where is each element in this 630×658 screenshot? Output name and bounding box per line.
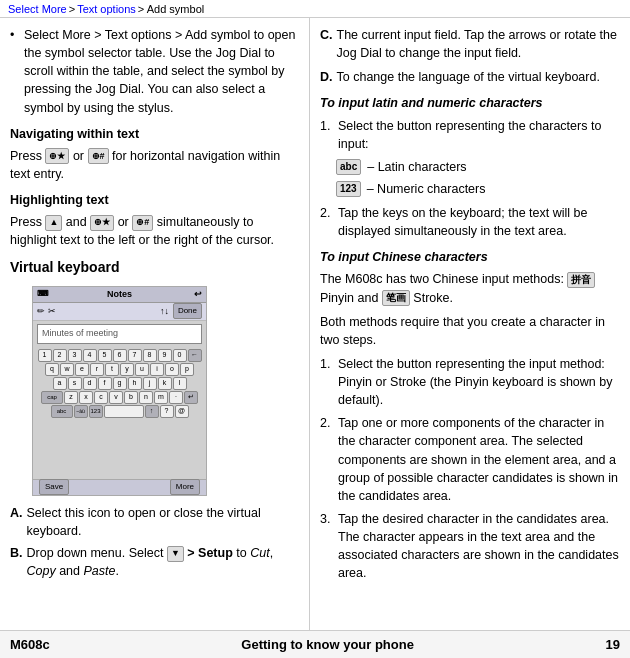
- vkb-key-h[interactable]: h: [128, 377, 142, 390]
- vkb-key-u[interactable]: u: [135, 363, 149, 376]
- stroke-icon: 笔画: [382, 290, 410, 306]
- right-column: C. The current input field. Tap the arro…: [310, 18, 630, 630]
- vkb-key-8[interactable]: 8: [143, 349, 157, 362]
- vkb-title: Notes: [107, 288, 132, 301]
- abc-item: abc – Latin characters: [336, 158, 620, 176]
- vkb-key-0[interactable]: 0: [173, 349, 187, 362]
- vkb-key-e[interactable]: e: [75, 363, 89, 376]
- heading-navigating: Navigating within text: [10, 125, 299, 143]
- vkb-key-i[interactable]: i: [150, 363, 164, 376]
- vkb-toolbar-right: ↑↓ Done: [160, 303, 202, 319]
- step-num-1: 1.: [320, 117, 334, 153]
- chinese-intro-block: The M608c has two Chinese input methods:…: [320, 270, 620, 306]
- latin-desc: – Latin characters: [367, 158, 466, 176]
- vkb-keys-area: 1 2 3 4 5 6 7 8 9 0 ←: [33, 347, 206, 421]
- vkb-key-dot[interactable]: ·: [169, 391, 183, 404]
- text-d: To change the language of the virtual ke…: [337, 68, 600, 86]
- vkb-key-6[interactable]: 6: [113, 349, 127, 362]
- num-icon: 123: [336, 181, 361, 197]
- vkb-key-special[interactable]: ~àü: [74, 405, 88, 418]
- step-c1-text: Select the button representing the input…: [338, 355, 620, 409]
- label-a: A.: [10, 504, 23, 540]
- label-c: C.: [320, 26, 333, 62]
- step-2-text: Tap the keys on the keyboard; the text w…: [338, 204, 620, 240]
- label-b-section: B. Drop down menu. Select ▼ > Setup to C…: [10, 544, 299, 580]
- breadcrumb: Select More > Text options > Add symbol: [0, 0, 630, 18]
- vkb-key-space[interactable]: [104, 405, 144, 418]
- vkb-key-s[interactable]: s: [68, 377, 82, 390]
- text-paste: Paste: [84, 564, 116, 578]
- vkb-key-q[interactable]: q: [45, 363, 59, 376]
- vkb-key-123[interactable]: 123: [89, 405, 103, 418]
- vkb-frame: ⌨ Notes ↩ ✏ ✂ ↑↓ Done: [32, 286, 207, 496]
- vkb-done-button[interactable]: Done: [173, 303, 202, 319]
- vkb-key-caps[interactable]: cap: [41, 391, 63, 404]
- vkb-key-t[interactable]: t: [105, 363, 119, 376]
- vkb-key-7[interactable]: 7: [128, 349, 142, 362]
- label-d-section: D. To change the language of the virtual…: [320, 68, 620, 86]
- vkb-key-9[interactable]: 9: [158, 349, 172, 362]
- vkb-scissors-icon: ✂: [48, 305, 56, 318]
- vkb-key-r[interactable]: r: [90, 363, 104, 376]
- vkb-key-l[interactable]: l: [173, 377, 187, 390]
- vkb-key-4[interactable]: 4: [83, 349, 97, 362]
- heading-virtual-keyboard: Virtual keyboard: [10, 257, 299, 277]
- label-d: D.: [320, 68, 333, 86]
- vkb-text-area[interactable]: Minutes of meeting: [37, 324, 202, 344]
- vkb-more-button[interactable]: More: [170, 479, 200, 495]
- vkb-key-y[interactable]: y: [120, 363, 134, 376]
- vkb-key-1[interactable]: 1: [38, 349, 52, 362]
- label-a-section: A. Select this icon to open or close the…: [10, 504, 299, 540]
- step-c3: 3. Tap the desired character in the cand…: [320, 510, 620, 583]
- vkb-key-k[interactable]: k: [158, 377, 172, 390]
- breadcrumb-link-2[interactable]: Text options: [77, 3, 136, 15]
- text-and: and: [59, 564, 83, 578]
- step-c2: 2. Tap one or more components of the cha…: [320, 414, 620, 505]
- vkb-key-question[interactable]: ?: [160, 405, 174, 418]
- vkb-key-f[interactable]: f: [98, 377, 112, 390]
- vkb-key-b[interactable]: b: [124, 391, 138, 404]
- highlight-and: and: [66, 215, 87, 229]
- jog-right-icon: ⊕#: [88, 148, 109, 164]
- footer-right: 19: [606, 637, 620, 652]
- vkb-key-backspace[interactable]: ←: [188, 349, 202, 362]
- step-num-c3: 3.: [320, 510, 334, 583]
- vkb-key-m[interactable]: m: [154, 391, 168, 404]
- vkb-key-enter[interactable]: ↵: [184, 391, 198, 404]
- vkb-key-at[interactable]: @: [175, 405, 189, 418]
- bullet-text-1: Select More > Text options > Add symbol …: [24, 26, 299, 117]
- vkb-key-3[interactable]: 3: [68, 349, 82, 362]
- virtual-keyboard-image: A B C D ⌨ Notes ↩ ✏ ✂: [32, 286, 299, 496]
- step-num-c1: 1.: [320, 355, 334, 409]
- vkb-row-5: abc ~àü 123 ↑ ? @: [36, 405, 203, 418]
- highlight-text-block: Press ▲ and ⊕★ or ⊕# simultaneously to h…: [10, 213, 299, 249]
- breadcrumb-link-1[interactable]: Select More: [8, 3, 67, 15]
- vkb-key-x[interactable]: x: [79, 391, 93, 404]
- vkb-key-shift[interactable]: ↑: [145, 405, 159, 418]
- vkb-key-v[interactable]: v: [109, 391, 123, 404]
- vkb-key-a[interactable]: a: [53, 377, 67, 390]
- vkb-row-4: cap z x c v b n m · ↵: [36, 391, 203, 404]
- step-c3-text: Tap the desired character in the candida…: [338, 510, 620, 583]
- both-methods-text: Both methods require that you create a c…: [320, 313, 620, 349]
- vkb-key-5[interactable]: 5: [98, 349, 112, 362]
- vkb-save-button[interactable]: Save: [39, 479, 69, 495]
- vkb-key-c[interactable]: c: [94, 391, 108, 404]
- bullet-dot: •: [10, 26, 20, 117]
- vkb-key-z[interactable]: z: [64, 391, 78, 404]
- vkb-key-o[interactable]: o: [165, 363, 179, 376]
- step-num-2: 2.: [320, 204, 334, 240]
- vkb-key-j[interactable]: j: [143, 377, 157, 390]
- vkb-key-abc[interactable]: abc: [51, 405, 73, 418]
- vkb-key-w[interactable]: w: [60, 363, 74, 376]
- main-content: • Select More > Text options > Add symbo…: [0, 18, 630, 630]
- vkb-key-d[interactable]: d: [83, 377, 97, 390]
- vkb-key-p[interactable]: p: [180, 363, 194, 376]
- footer-center: Getting to know your phone: [241, 637, 414, 652]
- footer-left: M608c: [10, 637, 50, 652]
- vkb-toolbar-icons: ✏ ✂: [37, 305, 56, 318]
- nav-or: or: [73, 149, 88, 163]
- vkb-key-g[interactable]: g: [113, 377, 127, 390]
- vkb-key-n[interactable]: n: [139, 391, 153, 404]
- vkb-key-2[interactable]: 2: [53, 349, 67, 362]
